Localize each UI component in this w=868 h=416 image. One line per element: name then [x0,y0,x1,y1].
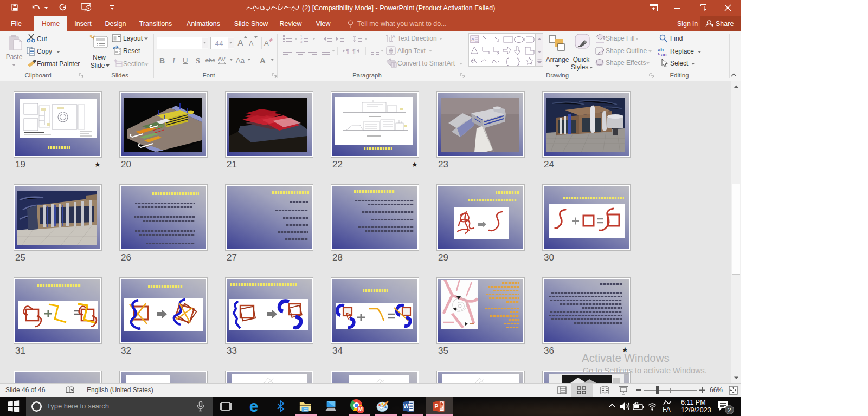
svg-text:Select: Select [670,60,689,67]
svg-text:Paragraph: Paragraph [352,72,382,79]
svg-text:Slide: Slide [91,62,105,69]
svg-text:A: A [249,40,254,48]
svg-text:Shape Effects: Shape Effects [606,59,646,67]
svg-text:3: 3 [300,40,303,43]
svg-text:AV: AV [218,56,226,62]
svg-text:A: A [392,34,395,39]
svg-text:Aa: Aa [236,56,245,64]
svg-text:P: P [435,404,439,410]
svg-text:Quick: Quick [573,56,590,63]
svg-text:¶: ¶ [352,48,356,55]
svg-text:Section: Section [123,60,145,68]
svg-text:Clipboard: Clipboard [24,72,51,79]
svg-text:ac: ac [661,51,667,57]
svg-text:Format Painter: Format Painter [37,60,80,68]
svg-text:Copy: Copy [37,48,52,55]
svg-text:W: W [403,404,409,410]
svg-text:I: I [172,57,176,65]
svg-text:New: New [93,54,106,61]
svg-text:Editing: Editing [670,72,689,79]
svg-text:A: A [260,56,266,65]
svg-text:Arrange: Arrange [546,56,569,63]
svg-text:Cut: Cut [37,35,47,43]
svg-text:Replace: Replace [670,48,694,55]
svg-text:B: B [159,56,165,65]
svg-text:Font: Font [202,72,215,79]
svg-text:Convert to SmartArt: Convert to SmartArt [397,60,455,67]
svg-text:Shape Outline: Shape Outline [606,47,647,55]
svg-text:Find: Find [670,35,683,42]
svg-text:Align Text: Align Text [397,47,426,55]
svg-text:Paste: Paste [6,53,23,61]
svg-text:A: A [264,39,269,47]
svg-text:Drawing: Drawing [546,72,569,79]
svg-text:Styles: Styles [571,63,589,71]
svg-text:abc: abc [205,57,215,63]
svg-text:Slides: Slides [111,72,128,79]
svg-text:44: 44 [215,40,223,48]
svg-text:Layout: Layout [123,35,143,42]
svg-text:A: A [472,37,475,42]
svg-text:Shape Fill: Shape Fill [606,35,634,42]
svg-text:S: S [196,57,200,65]
svg-text:Text Direction: Text Direction [397,35,437,42]
svg-text:U: U [183,56,188,64]
svg-text:A: A [237,38,243,48]
svg-text:Reset: Reset [123,47,140,55]
svg-text:¶: ¶ [346,48,349,55]
